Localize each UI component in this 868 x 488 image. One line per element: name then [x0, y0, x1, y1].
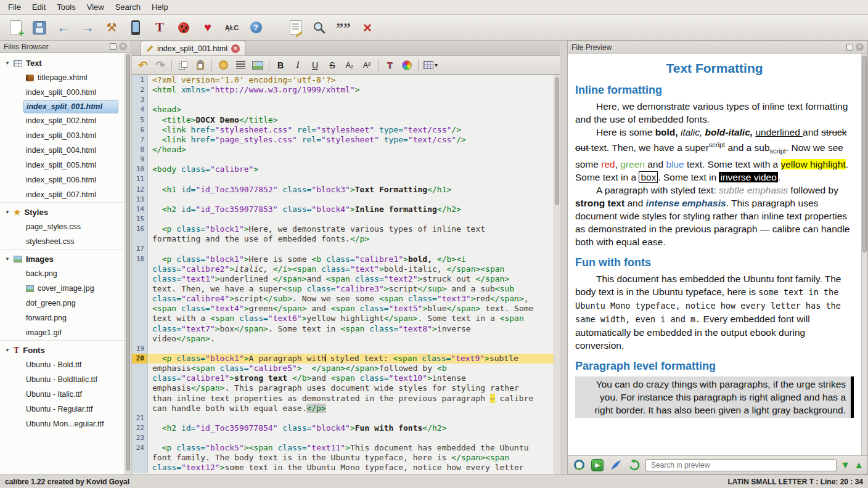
- files-scrollbar[interactable]: [125, 53, 131, 474]
- preview-search-input[interactable]: [645, 459, 837, 471]
- text-tool-button[interactable]: T: [150, 18, 169, 37]
- file-item-index-split-005-html[interactable]: index_split_005.html: [0, 158, 125, 173]
- section-header-styles[interactable]: ▼★Styles: [0, 202, 125, 219]
- color-wheel-button[interactable]: [401, 59, 413, 72]
- file-item-index-split-003-html[interactable]: index_split_003.html: [0, 128, 125, 143]
- code-row[interactable]: text with a <span class="text6">yellow h…: [132, 314, 554, 323]
- code-row[interactable]: 17: [132, 244, 554, 254]
- forward-button[interactable]: →: [78, 18, 97, 37]
- file-item-ubuntu-bold-ttf[interactable]: Ubuntu - Bold.ttf: [0, 357, 125, 372]
- file-item-ubuntu-regular-ttf[interactable]: Ubuntu - Regular.ttf: [0, 402, 125, 417]
- save-button[interactable]: [30, 18, 49, 37]
- find-previous-button[interactable]: ▲: [854, 460, 864, 470]
- smarten-punctuation-button[interactable]: ””: [334, 18, 353, 37]
- code-row[interactable]: class="text12">some text in the Ubuntu M…: [132, 463, 554, 473]
- new-file-button[interactable]: +: [6, 18, 25, 37]
- code-row[interactable]: can handle both with equal ease.</p>: [132, 404, 554, 413]
- code-row[interactable]: 7 <link href="page_styles.css" rel="styl…: [132, 135, 554, 145]
- code-row[interactable]: text. Then, we have a super<sup class="c…: [132, 284, 554, 294]
- copy-button[interactable]: [177, 59, 189, 72]
- justify-button[interactable]: [234, 59, 247, 72]
- scrollbar-handle[interactable]: [126, 54, 130, 471]
- edit-toc-button[interactable]: [286, 18, 305, 37]
- code-row[interactable]: 20 <p class="block1">A paragraph with st…: [132, 354, 554, 364]
- code-editor[interactable]: 1<?xml version='1.0' encoding='utf-8'?>2…: [132, 75, 560, 474]
- code-row[interactable]: 22 <h2 id="id_Toc359077854" class="block…: [132, 423, 554, 433]
- insert-table-button[interactable]: ▾: [424, 59, 438, 72]
- file-item-index-split-001-html[interactable]: index_split_001.html: [23, 100, 118, 113]
- menu-item-edit[interactable]: Edit: [27, 0, 51, 15]
- refresh-preview-button[interactable]: [627, 458, 642, 473]
- code-row[interactable]: 15: [132, 214, 554, 224]
- file-item-ubuntu-bolditalic-ttf[interactable]: Ubuntu - BoldItalic.ttf: [0, 372, 125, 387]
- insert-image-button[interactable]: [252, 59, 264, 72]
- italic-button[interactable]: I: [292, 59, 304, 72]
- reload-preview-button[interactable]: [571, 458, 586, 473]
- tab-index-split-001[interactable]: index_split_001.html ×: [141, 41, 245, 55]
- redo-button[interactable]: ↷: [154, 59, 166, 72]
- menu-item-search[interactable]: Search: [110, 0, 146, 15]
- file-item-page-styles-css[interactable]: page_styles.css: [0, 219, 125, 234]
- code-row[interactable]: 12 <h1 id="id_Toc359077852" class="block…: [132, 185, 554, 195]
- expand-arrow-icon[interactable]: ▼: [5, 348, 10, 353]
- code-row[interactable]: 6 <link href="stylesheet.css" rel="style…: [132, 125, 554, 135]
- code-row[interactable]: 14 <h2 id="id_Toc359077853" class="block…: [132, 205, 554, 214]
- expand-arrow-icon[interactable]: ▼: [5, 256, 10, 262]
- close-button[interactable]: ×: [358, 18, 377, 37]
- code-row[interactable]: emphasis</span>. This paragraph uses doc…: [132, 383, 554, 393]
- file-item-ubuntu-italic-ttf[interactable]: Ubuntu - Italic.ttf: [0, 387, 125, 402]
- file-item-titlepage-xhtml[interactable]: titlepage.xhtml: [0, 70, 125, 85]
- find-next-button[interactable]: ▼: [840, 460, 850, 470]
- expand-arrow-icon[interactable]: ▼: [5, 60, 10, 66]
- code-row[interactable]: 24 <p class="block5"><span class="text11…: [132, 443, 554, 453]
- file-item-index-split-004-html[interactable]: index_split_004.html: [0, 143, 125, 158]
- text-color-button[interactable]: T: [383, 59, 396, 72]
- code-row[interactable]: 2<html xmlns="http://www.w3.org/1999/xht…: [132, 85, 554, 95]
- float-panel-icon[interactable]: [110, 43, 117, 50]
- file-item-ubuntu-mon-egular-ttf[interactable]: Ubuntu Mon...egular.ttf: [0, 417, 125, 431]
- stamp-button[interactable]: [217, 59, 229, 72]
- code-row[interactable]: video</span>.: [132, 334, 554, 344]
- undo-button[interactable]: ↶: [137, 59, 149, 72]
- superscript-button[interactable]: A²: [361, 59, 373, 72]
- inspect-button[interactable]: [608, 458, 623, 473]
- code-row[interactable]: 16 <p class="block1">Here, we demonstrat…: [132, 224, 554, 234]
- menu-item-file[interactable]: File: [2, 0, 27, 15]
- section-header-fonts[interactable]: ▼TFonts: [0, 340, 125, 357]
- close-panel-icon[interactable]: ×: [119, 43, 127, 51]
- scrollbar-handle[interactable]: [555, 77, 559, 205]
- code-row[interactable]: 4<head>: [132, 105, 554, 115]
- code-row[interactable]: 8</head>: [132, 145, 554, 155]
- code-row[interactable]: emphasis<span class="calibre5"> </span><…: [132, 364, 554, 373]
- code-row[interactable]: font family. The body text is in the Ubu…: [132, 453, 554, 463]
- editor-scrollbar[interactable]: [554, 75, 560, 474]
- code-row[interactable]: 10<body class="calibre">: [132, 165, 554, 174]
- file-item-cover-image-jpg[interactable]: cover_image.jpg: [0, 281, 125, 296]
- code-row[interactable]: formatting and the use of embedded fonts…: [132, 234, 554, 244]
- code-row[interactable]: <span class="text4">green</span> and <sp…: [132, 304, 554, 314]
- menu-item-view[interactable]: View: [81, 0, 110, 15]
- code-row[interactable]: class="calibre4">script</sub>. Now we se…: [132, 294, 554, 304]
- file-item-index-split-000-html[interactable]: index_split_000.html: [0, 85, 125, 100]
- preview-button[interactable]: [310, 18, 329, 37]
- section-header-images[interactable]: ▼Images: [0, 249, 125, 266]
- section-header-text[interactable]: ▼Text: [0, 53, 125, 70]
- code-row[interactable]: class="text7">box</span>. Some text in <…: [132, 324, 554, 334]
- code-row[interactable]: 11: [132, 174, 554, 184]
- code-row[interactable]: 13: [132, 195, 554, 205]
- code-row[interactable]: 1<?xml version='1.0' encoding='utf-8'?>: [132, 75, 554, 85]
- code-row[interactable]: 18 <p class="block1">Here is some <b cla…: [132, 254, 554, 264]
- code-row[interactable]: than inline text properties as demonstra…: [132, 394, 554, 404]
- check-book-button[interactable]: [174, 18, 193, 37]
- back-button[interactable]: ←: [54, 18, 73, 37]
- code-row[interactable]: class="calibre1">strong text </b>and <sp…: [132, 373, 554, 383]
- code-row[interactable]: 21: [132, 413, 554, 423]
- file-item-index-split-007-html[interactable]: index_split_007.html: [0, 187, 125, 202]
- bold-button[interactable]: B: [274, 59, 287, 72]
- device-button[interactable]: [126, 18, 145, 37]
- paste-button[interactable]: [194, 59, 207, 72]
- donate-button[interactable]: ♥: [199, 18, 217, 37]
- special-characters-button[interactable]: ĄŁC: [223, 18, 241, 37]
- file-item-index-split-006-html[interactable]: index_split_006.html: [0, 173, 125, 187]
- code-row[interactable]: 5 <title>DOCX Demo</title>: [132, 115, 554, 125]
